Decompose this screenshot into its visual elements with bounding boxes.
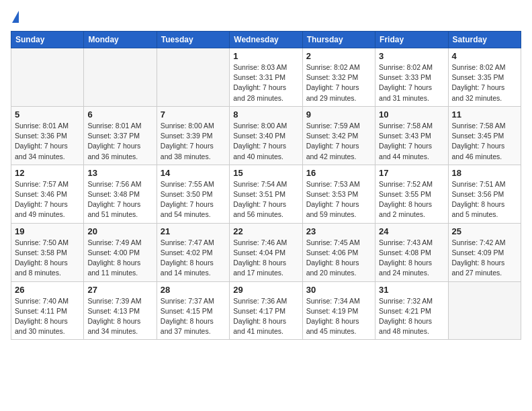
- day-info: Sunrise: 8:03 AM Sunset: 3:31 PM Dayligh…: [233, 62, 298, 103]
- calendar-header-row: SundayMondayTuesdayWednesdayThursdayFrid…: [11, 32, 521, 48]
- calendar-day-cell: 16Sunrise: 7:53 AM Sunset: 3:53 PM Dayli…: [302, 165, 375, 223]
- day-info: Sunrise: 7:52 AM Sunset: 3:55 PM Dayligh…: [379, 179, 444, 220]
- day-info: Sunrise: 7:32 AM Sunset: 4:21 PM Dayligh…: [379, 296, 444, 337]
- calendar-day-cell: 4Sunrise: 8:02 AM Sunset: 3:35 PM Daylig…: [448, 48, 521, 107]
- day-info: Sunrise: 8:02 AM Sunset: 3:32 PM Dayligh…: [306, 62, 371, 103]
- calendar-day-cell: 11Sunrise: 7:58 AM Sunset: 3:45 PM Dayli…: [448, 106, 521, 165]
- day-number: 18: [452, 168, 517, 178]
- calendar-table: SundayMondayTuesdayWednesdayThursdayFrid…: [11, 31, 521, 340]
- day-number: 8: [233, 109, 298, 120]
- day-number: 23: [306, 226, 371, 236]
- calendar-day-cell: 31Sunrise: 7:32 AM Sunset: 4:21 PM Dayli…: [375, 281, 448, 340]
- day-info: Sunrise: 7:58 AM Sunset: 3:43 PM Dayligh…: [379, 121, 444, 162]
- day-number: 14: [161, 168, 226, 178]
- day-number: 16: [306, 168, 371, 178]
- calendar-day-cell: [157, 48, 229, 107]
- day-info: Sunrise: 7:45 AM Sunset: 4:06 PM Dayligh…: [306, 238, 371, 279]
- calendar-week-row: 26Sunrise: 7:40 AM Sunset: 4:11 PM Dayli…: [11, 281, 521, 340]
- day-number: 17: [379, 168, 444, 178]
- calendar-day-cell: 30Sunrise: 7:34 AM Sunset: 4:19 PM Dayli…: [302, 281, 375, 340]
- day-number: 31: [379, 285, 444, 295]
- day-info: Sunrise: 7:34 AM Sunset: 4:19 PM Dayligh…: [306, 296, 371, 337]
- day-info: Sunrise: 7:53 AM Sunset: 3:53 PM Dayligh…: [306, 179, 371, 220]
- day-info: Sunrise: 7:37 AM Sunset: 4:15 PM Dayligh…: [161, 296, 226, 337]
- day-info: Sunrise: 7:39 AM Sunset: 4:13 PM Dayligh…: [87, 296, 152, 337]
- calendar-day-cell: 15Sunrise: 7:54 AM Sunset: 3:51 PM Dayli…: [230, 165, 302, 223]
- calendar-day-cell: 21Sunrise: 7:47 AM Sunset: 4:02 PM Dayli…: [157, 223, 229, 281]
- day-info: Sunrise: 7:50 AM Sunset: 3:58 PM Dayligh…: [15, 238, 80, 279]
- day-info: Sunrise: 8:00 AM Sunset: 3:39 PM Dayligh…: [161, 121, 226, 162]
- day-number: 6: [87, 109, 152, 120]
- weekday-header-friday: Friday: [375, 32, 448, 48]
- weekday-header-wednesday: Wednesday: [230, 32, 302, 48]
- calendar-day-cell: 12Sunrise: 7:57 AM Sunset: 3:46 PM Dayli…: [11, 165, 84, 223]
- calendar-day-cell: 22Sunrise: 7:46 AM Sunset: 4:04 PM Dayli…: [230, 223, 302, 281]
- day-info: Sunrise: 7:51 AM Sunset: 3:56 PM Dayligh…: [452, 179, 517, 220]
- calendar-day-cell: 28Sunrise: 7:37 AM Sunset: 4:15 PM Dayli…: [157, 281, 229, 340]
- calendar-day-cell: 20Sunrise: 7:49 AM Sunset: 4:00 PM Dayli…: [84, 223, 157, 281]
- calendar-day-cell: 13Sunrise: 7:56 AM Sunset: 3:48 PM Dayli…: [84, 165, 157, 223]
- day-number: 27: [87, 285, 152, 295]
- calendar-week-row: 12Sunrise: 7:57 AM Sunset: 3:46 PM Dayli…: [11, 165, 521, 223]
- day-number: 9: [306, 109, 371, 120]
- day-info: Sunrise: 8:02 AM Sunset: 3:35 PM Dayligh…: [452, 62, 517, 103]
- weekday-header-sunday: Sunday: [11, 32, 84, 48]
- calendar-week-row: 5Sunrise: 8:01 AM Sunset: 3:36 PM Daylig…: [11, 106, 521, 165]
- weekday-header-thursday: Thursday: [302, 32, 375, 48]
- calendar-day-cell: 6Sunrise: 8:01 AM Sunset: 3:37 PM Daylig…: [84, 106, 157, 165]
- calendar-day-cell: 7Sunrise: 8:00 AM Sunset: 3:39 PM Daylig…: [157, 106, 229, 165]
- calendar-day-cell: 5Sunrise: 8:01 AM Sunset: 3:36 PM Daylig…: [11, 106, 84, 165]
- day-info: Sunrise: 7:36 AM Sunset: 4:17 PM Dayligh…: [233, 296, 298, 337]
- day-info: Sunrise: 7:57 AM Sunset: 3:46 PM Dayligh…: [15, 179, 80, 220]
- calendar-day-cell: 25Sunrise: 7:42 AM Sunset: 4:09 PM Dayli…: [448, 223, 521, 281]
- calendar-day-cell: 9Sunrise: 7:59 AM Sunset: 3:42 PM Daylig…: [302, 106, 375, 165]
- calendar-day-cell: [84, 48, 157, 107]
- logo: [11, 11, 19, 23]
- calendar-week-row: 1Sunrise: 8:03 AM Sunset: 3:31 PM Daylig…: [11, 48, 521, 107]
- day-number: 22: [233, 226, 298, 236]
- day-number: 7: [161, 109, 226, 120]
- day-number: 3: [379, 51, 444, 61]
- calendar-day-cell: [448, 281, 521, 340]
- logo-triangle-icon: [12, 11, 19, 23]
- weekday-header-monday: Monday: [84, 32, 157, 48]
- day-number: 21: [161, 226, 226, 236]
- calendar-day-cell: 8Sunrise: 8:00 AM Sunset: 3:40 PM Daylig…: [230, 106, 302, 165]
- calendar-day-cell: 26Sunrise: 7:40 AM Sunset: 4:11 PM Dayli…: [11, 281, 84, 340]
- calendar-day-cell: 19Sunrise: 7:50 AM Sunset: 3:58 PM Dayli…: [11, 223, 84, 281]
- day-number: 26: [15, 285, 80, 295]
- day-number: 11: [452, 109, 517, 120]
- day-number: 19: [15, 226, 80, 236]
- calendar-day-cell: 2Sunrise: 8:02 AM Sunset: 3:32 PM Daylig…: [302, 48, 375, 107]
- day-info: Sunrise: 7:54 AM Sunset: 3:51 PM Dayligh…: [233, 179, 298, 220]
- day-info: Sunrise: 7:43 AM Sunset: 4:08 PM Dayligh…: [379, 238, 444, 279]
- day-number: 12: [15, 168, 80, 178]
- day-number: 1: [233, 51, 298, 61]
- day-number: 2: [306, 51, 371, 61]
- weekday-header-tuesday: Tuesday: [157, 32, 229, 48]
- day-info: Sunrise: 7:47 AM Sunset: 4:02 PM Dayligh…: [161, 238, 226, 279]
- day-info: Sunrise: 8:00 AM Sunset: 3:40 PM Dayligh…: [233, 121, 298, 162]
- calendar-day-cell: 10Sunrise: 7:58 AM Sunset: 3:43 PM Dayli…: [375, 106, 448, 165]
- calendar-day-cell: 18Sunrise: 7:51 AM Sunset: 3:56 PM Dayli…: [448, 165, 521, 223]
- day-number: 5: [15, 109, 80, 120]
- calendar-day-cell: 23Sunrise: 7:45 AM Sunset: 4:06 PM Dayli…: [302, 223, 375, 281]
- day-number: 20: [87, 226, 152, 236]
- calendar-day-cell: 14Sunrise: 7:55 AM Sunset: 3:50 PM Dayli…: [157, 165, 229, 223]
- day-info: Sunrise: 8:02 AM Sunset: 3:33 PM Dayligh…: [379, 62, 444, 103]
- day-info: Sunrise: 7:58 AM Sunset: 3:45 PM Dayligh…: [452, 121, 517, 162]
- calendar-day-cell: 3Sunrise: 8:02 AM Sunset: 3:33 PM Daylig…: [375, 48, 448, 107]
- day-info: Sunrise: 7:40 AM Sunset: 4:11 PM Dayligh…: [15, 296, 80, 337]
- day-info: Sunrise: 7:46 AM Sunset: 4:04 PM Dayligh…: [233, 238, 298, 279]
- day-number: 30: [306, 285, 371, 295]
- day-number: 24: [379, 226, 444, 236]
- day-info: Sunrise: 7:55 AM Sunset: 3:50 PM Dayligh…: [161, 179, 226, 220]
- day-info: Sunrise: 7:59 AM Sunset: 3:42 PM Dayligh…: [306, 121, 371, 162]
- day-number: 29: [233, 285, 298, 295]
- day-info: Sunrise: 8:01 AM Sunset: 3:36 PM Dayligh…: [15, 121, 80, 162]
- calendar-day-cell: 1Sunrise: 8:03 AM Sunset: 3:31 PM Daylig…: [230, 48, 302, 107]
- day-number: 28: [161, 285, 226, 295]
- day-info: Sunrise: 7:56 AM Sunset: 3:48 PM Dayligh…: [87, 179, 152, 220]
- day-number: 25: [452, 226, 517, 236]
- day-number: 13: [87, 168, 152, 178]
